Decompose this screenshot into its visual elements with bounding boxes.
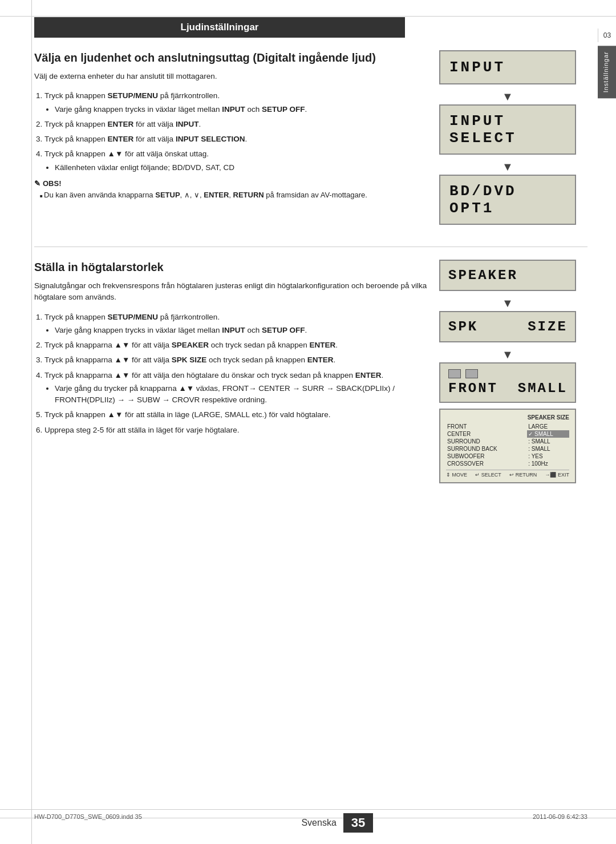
page-title: Ljudinställningar bbox=[34, 17, 405, 38]
lcd-input: INPUT bbox=[439, 50, 576, 84]
chapter-label: Inställningar bbox=[598, 46, 616, 98]
lcd-input-select: INPUT SELECT bbox=[439, 104, 576, 155]
lcd-arrow-2: ▼ bbox=[439, 160, 576, 173]
table-cell-value-highlighted: ✓ SMALL bbox=[527, 430, 569, 438]
table-row: SURROUND : SMALL bbox=[446, 438, 569, 445]
footer-file: HW-D700_D770S_SWE_0609.indd 35 bbox=[34, 813, 142, 833]
lcd-arrow-3: ▼ bbox=[439, 297, 576, 310]
chapter-number: 03 bbox=[598, 29, 616, 42]
step-bullet: Varje gång knappen trycks in växlar läge… bbox=[55, 104, 428, 115]
table-cell-label: SURROUND bbox=[446, 438, 527, 445]
section2-left: Ställa in högtalarstorlek Signalutgångar… bbox=[34, 260, 428, 483]
obs-note: ✎ OBS! Du kan även använda knapparna SET… bbox=[34, 179, 428, 201]
obs-icon: ✎ bbox=[34, 179, 40, 188]
section1-intro: Välj de externa enheter du har anslutit … bbox=[34, 71, 428, 82]
lcd-arrow-4: ▼ bbox=[439, 348, 576, 361]
footer-select: ↵ SELECT bbox=[475, 472, 501, 478]
obs-bullet: Du kan även använda knapparna SETUP, ∧, … bbox=[40, 189, 428, 201]
table-cell-label: SURROUND BACK bbox=[446, 445, 527, 453]
table-cell-label: CROSSOVER bbox=[446, 460, 527, 467]
table-cell-value: : SMALL bbox=[527, 445, 569, 453]
step-item: Tryck på knapparna ▲▼ för att välja den … bbox=[44, 370, 428, 406]
step-bullet: Varje gång du trycker på knapparna ▲▼ vä… bbox=[55, 383, 428, 406]
table-row: SUBWOOFER : YES bbox=[446, 453, 569, 460]
section1-left: Välja en ljudenhet och anslutningsuttag … bbox=[34, 50, 428, 231]
table-cell-label: FRONT bbox=[446, 423, 527, 430]
footer-return: ↩ RETURN bbox=[509, 472, 537, 478]
section2-steps: Tryck på knappen SETUP/MENU på fjärrkont… bbox=[34, 312, 428, 436]
table-row: SURROUND BACK : SMALL bbox=[446, 445, 569, 453]
section2-intro: Signalutgångar och frekvensrespons från … bbox=[34, 280, 428, 304]
lcd-front-small: FRONT SMALL bbox=[439, 362, 576, 403]
step-item: Tryck på knappen ENTER för att välja INP… bbox=[44, 119, 428, 130]
lcd-icon-left bbox=[448, 369, 461, 378]
lcd-arrow-1: ▼ bbox=[439, 90, 576, 103]
table-cell-value: : SMALL bbox=[527, 438, 569, 445]
table-cell-value: : 100Hz bbox=[527, 460, 569, 467]
section-divider bbox=[34, 247, 587, 247]
table-cell-value: LARGE bbox=[527, 423, 569, 430]
obs-title: ✎ OBS! bbox=[34, 179, 428, 188]
language-label: Svenska bbox=[301, 818, 336, 828]
lcd-icons-row bbox=[448, 369, 567, 378]
speaker-screen-footer: ⇕ MOVE ↵ SELECT ↩ RETURN →⬛ EXIT bbox=[446, 470, 569, 478]
table-row: CENTER ✓ SMALL bbox=[446, 430, 569, 438]
table-cell-label: SUBWOOFER bbox=[446, 453, 527, 460]
page-container: 03 Inställningar Ljudinställningar Välja… bbox=[0, 0, 616, 844]
lcd-speaker: SPEAKER bbox=[439, 260, 576, 291]
speaker-size-title: SPEAKER SIZE bbox=[446, 414, 569, 421]
page-number: 35 bbox=[343, 813, 373, 833]
section2-layout: Ställa in högtalarstorlek Signalutgångar… bbox=[34, 260, 587, 483]
table-cell-value: : YES bbox=[527, 453, 569, 460]
lcd-front-small-text: FRONT SMALL bbox=[448, 381, 567, 396]
footer-exit: →⬛ EXIT bbox=[545, 472, 569, 478]
speaker-size-screen: SPEAKER SIZE FRONT LARGE CENTER ✓ SMALL … bbox=[439, 409, 576, 483]
section2-heading: Ställa in högtalarstorlek bbox=[34, 260, 428, 274]
footer-date: 2011-06-09 6:42:33 bbox=[533, 813, 587, 833]
step-item: Tryck på knappen SETUP/MENU på fjärrkont… bbox=[44, 312, 428, 337]
section2-right: SPEAKER ▼ SPK SIZE ▼ FRONT SMALL SPEAKER… bbox=[439, 260, 587, 483]
step-item: Tryck på knappen ▲▼ för att ställa in lä… bbox=[44, 409, 428, 421]
table-row: CROSSOVER : 100Hz bbox=[446, 460, 569, 467]
section1-steps: Tryck på knappen SETUP/MENU på fjärrkont… bbox=[34, 90, 428, 173]
step-item: Upprepa steg 2-5 för att ställa in läget… bbox=[44, 425, 428, 436]
table-cell-label: CENTER bbox=[446, 430, 527, 438]
speaker-size-table: FRONT LARGE CENTER ✓ SMALL SURROUND : SM… bbox=[446, 423, 569, 467]
step-item: Tryck på knappen ▲▼ för att välja önskat… bbox=[44, 148, 428, 173]
section1-right: INPUT ▼ INPUT SELECT ▼ BD/DVD OPT1 bbox=[439, 50, 587, 231]
lcd-icon-right bbox=[465, 369, 478, 378]
step-item: Tryck på knapparna ▲▼ för att välja SPK … bbox=[44, 354, 428, 366]
step-bullet: Varje gång knappen trycks in växlar läge… bbox=[55, 325, 428, 336]
step-item: Tryck på knappen ENTER för att välja INP… bbox=[44, 134, 428, 145]
step-bullet: Källenheten växlar enligt följande; BD/D… bbox=[55, 162, 428, 173]
page-footer: HW-D700_D770S_SWE_0609.indd 35 Svenska 3… bbox=[0, 809, 616, 833]
section1-layout: Välja en ljudenhet och anslutningsuttag … bbox=[34, 50, 587, 231]
lcd-bd-dvd: BD/DVD OPT1 bbox=[439, 175, 576, 225]
lcd-spk-size: SPK SIZE bbox=[439, 311, 576, 342]
footer-move: ⇕ MOVE bbox=[446, 472, 467, 478]
table-row: FRONT LARGE bbox=[446, 423, 569, 430]
step-item: Tryck på knapparna ▲▼ för att välja SPEA… bbox=[44, 340, 428, 351]
step-item: Tryck på knappen SETUP/MENU på fjärrkont… bbox=[44, 90, 428, 115]
section1-heading: Välja en ljudenhet och anslutningsuttag … bbox=[34, 50, 428, 65]
